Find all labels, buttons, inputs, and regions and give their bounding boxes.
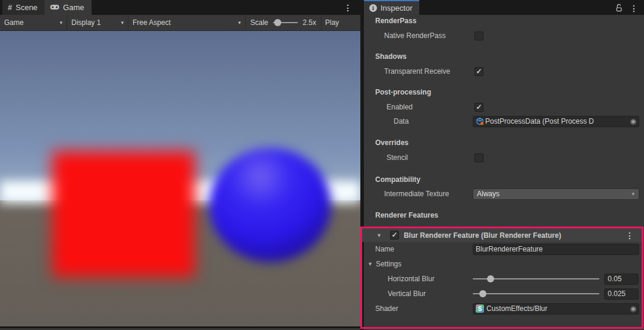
feature-name-value: BlurRendererFeature bbox=[476, 245, 636, 253]
postprocess-data-row: Data PostProcessData (Post Process D ◉ bbox=[394, 115, 639, 127]
aspect-ratio-dropdown[interactable]: Free Aspect ▾ bbox=[128, 15, 245, 31]
scale-slider[interactable] bbox=[273, 22, 298, 23]
compatibility-header: Compatibility bbox=[375, 174, 420, 186]
tab-scene-label: Scene bbox=[15, 3, 37, 12]
play-focused-button[interactable]: Play bbox=[322, 18, 343, 27]
scriptable-object-icon bbox=[476, 117, 484, 125]
tab-inspector-label: Inspector bbox=[381, 4, 412, 12]
gamepad-icon bbox=[50, 3, 59, 12]
vertical-blur-value: 0.025 bbox=[608, 290, 626, 298]
shader-value: CustomEffects/Blur bbox=[486, 304, 636, 313]
transparent-receive-checkbox[interactable]: ✓ bbox=[475, 67, 483, 76]
intermediate-texture-label: Intermediate Texture bbox=[384, 190, 473, 198]
game-view-mode-dropdown[interactable]: Game ▾ bbox=[0, 15, 67, 31]
vertical-blur-slider[interactable] bbox=[473, 293, 599, 294]
native-renderpass-row: Native RenderPass bbox=[384, 30, 639, 42]
game-panel-menu-kebab-icon[interactable]: ⋮ bbox=[341, 2, 354, 13]
vertical-blur-row: Vertical Blur 0.025 bbox=[388, 288, 639, 300]
foldout-arrow-icon: ▼ bbox=[367, 261, 373, 267]
native-renderpass-checkbox[interactable] bbox=[475, 32, 483, 40]
aspect-ratio-label: Free Aspect bbox=[133, 18, 234, 27]
check-icon: ✓ bbox=[476, 68, 482, 75]
feature-name-input[interactable]: BlurRendererFeature bbox=[473, 244, 639, 255]
check-icon: ✓ bbox=[476, 103, 482, 111]
vertical-blur-slider-thumb[interactable] bbox=[479, 290, 486, 297]
intermediate-texture-value: Always bbox=[477, 190, 500, 198]
overrides-header: Overrides bbox=[375, 137, 409, 149]
data-label: Data bbox=[394, 117, 465, 125]
game-toolbar: Game ▾ Display 1 ▾ Free Aspect ▾ Scale 2… bbox=[0, 15, 360, 31]
view-mode-label: Game bbox=[4, 18, 56, 27]
inspector-menu-kebab-icon[interactable]: ⋮ bbox=[627, 3, 640, 14]
blur-feature-enabled-checkbox[interactable]: ✓ bbox=[390, 231, 399, 240]
scale-slider-thumb[interactable] bbox=[274, 19, 281, 26]
settings-label: Settings bbox=[376, 260, 401, 268]
game-panel: # Scene Game ⋮ Game ▾ Display 1 ▾ bbox=[0, 0, 360, 330]
display-target-dropdown[interactable]: Display 1 ▾ bbox=[67, 15, 128, 31]
settings-foldout-row[interactable]: ▼ Settings bbox=[367, 258, 401, 270]
stencil-row: Stencil bbox=[387, 152, 639, 164]
scale-label: Scale bbox=[250, 18, 268, 27]
renderer-features-header: Renderer Features bbox=[375, 209, 438, 221]
horizontal-blur-label: Horizontal Blur bbox=[388, 275, 473, 283]
transparent-receive-label: Transparent Receive bbox=[384, 67, 479, 76]
tab-scene[interactable]: # Scene bbox=[2, 0, 45, 15]
blue-sphere bbox=[209, 148, 331, 262]
check-icon: ✓ bbox=[391, 231, 397, 238]
postprocess-data-object-field[interactable]: PostProcessData (Post Process D ◉ bbox=[473, 116, 639, 127]
info-icon: i bbox=[369, 4, 377, 12]
postprocessing-enabled-row: Enabled ✓ bbox=[387, 101, 639, 113]
native-renderpass-label: Native RenderPass bbox=[384, 32, 479, 40]
shader-row: Shader S CustomEffects/Blur ◉ bbox=[375, 303, 639, 315]
scene-grid-icon: # bbox=[8, 3, 12, 12]
chevron-down-icon: ▾ bbox=[238, 20, 241, 26]
blur-feature-header[interactable]: ▼ ✓ Blur Renderer Feature (Blur Renderer… bbox=[362, 228, 642, 242]
tab-game[interactable]: Game bbox=[45, 0, 91, 15]
scale-control: Scale 2.5x bbox=[246, 18, 321, 27]
transparent-receive-row: Transparent Receive ✓ bbox=[384, 65, 639, 77]
data-value: PostProcessData (Post Process D bbox=[485, 117, 636, 125]
horizontal-blur-value-field[interactable]: 0.05 bbox=[604, 274, 639, 285]
game-panel-tabbar: # Scene Game ⋮ bbox=[0, 0, 360, 15]
vertical-blur-label: Vertical Blur bbox=[388, 290, 473, 298]
object-picker-icon[interactable]: ◉ bbox=[629, 117, 637, 125]
inspector-panel: i Inspector ⋮ RenderPass Native RenderPa… bbox=[364, 0, 644, 330]
horizontal-blur-row: Horizontal Blur 0.05 bbox=[388, 273, 639, 285]
horizontal-blur-slider-thumb[interactable] bbox=[487, 275, 494, 282]
enabled-label: Enabled bbox=[387, 103, 482, 111]
tab-inspector[interactable]: i Inspector bbox=[364, 0, 419, 15]
shader-label: Shader bbox=[375, 304, 473, 313]
shadows-header: Shadows bbox=[375, 51, 407, 62]
renderpass-header: RenderPass bbox=[375, 15, 416, 27]
intermediate-texture-dropdown[interactable]: Always ▾ bbox=[473, 188, 639, 200]
tab-game-label: Game bbox=[63, 3, 84, 12]
object-picker-icon[interactable]: ◉ bbox=[629, 304, 637, 313]
unlock-icon[interactable] bbox=[615, 4, 623, 14]
window-edge bbox=[0, 326, 360, 328]
blur-feature-title: Blur Renderer Feature (Blur Renderer Fea… bbox=[404, 231, 623, 240]
inspector-tabbar: i Inspector ⋮ bbox=[364, 0, 644, 15]
enabled-checkbox[interactable]: ✓ bbox=[475, 103, 483, 112]
stencil-checkbox[interactable] bbox=[475, 153, 483, 162]
postprocessing-header: Post-processing bbox=[375, 86, 431, 98]
chevron-down-icon: ▾ bbox=[59, 20, 62, 26]
blur-feature-menu-kebab-icon[interactable]: ⋮ bbox=[623, 230, 636, 241]
name-label: Name bbox=[375, 245, 473, 253]
horizontal-blur-value: 0.05 bbox=[608, 275, 621, 283]
intermediate-texture-row: Intermediate Texture Always ▾ bbox=[384, 188, 639, 200]
horizontal-blur-slider[interactable] bbox=[473, 278, 599, 279]
scale-value: 2.5x bbox=[303, 18, 316, 27]
vertical-blur-value-field[interactable]: 0.025 bbox=[604, 288, 639, 300]
game-render-view[interactable] bbox=[0, 31, 360, 328]
shader-icon: S bbox=[476, 304, 484, 313]
display-target-label: Display 1 bbox=[71, 18, 117, 27]
unity-editor-window: # Scene Game ⋮ Game ▾ Display 1 ▾ bbox=[0, 0, 644, 330]
feature-name-row: Name BlurRendererFeature bbox=[375, 243, 639, 255]
stencil-label: Stencil bbox=[387, 153, 482, 162]
chevron-down-icon: ▾ bbox=[632, 191, 634, 197]
red-cube bbox=[52, 151, 195, 277]
shader-object-field[interactable]: S CustomEffects/Blur ◉ bbox=[473, 303, 639, 315]
foldout-arrow-icon[interactable]: ▼ bbox=[376, 232, 382, 238]
chevron-down-icon: ▾ bbox=[121, 20, 124, 26]
